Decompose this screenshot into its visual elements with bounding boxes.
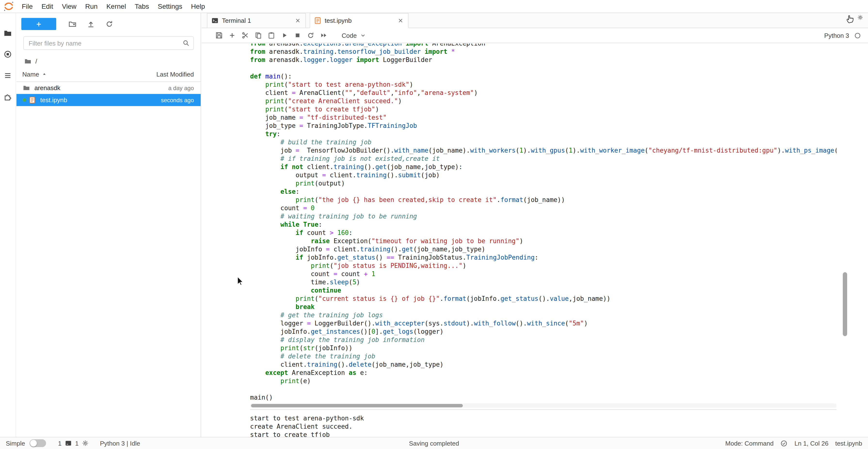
filter-files-input[interactable]: [23, 36, 194, 50]
save-button[interactable]: [212, 29, 225, 42]
session-counts[interactable]: 1 1: [58, 440, 89, 447]
notebook-toolbar: Code Python 3: [202, 28, 868, 43]
trusted-check-icon: [780, 440, 787, 447]
terminal-icon: [211, 17, 219, 24]
notebook-icon: [314, 17, 321, 24]
menu-edit[interactable]: Edit: [37, 0, 57, 12]
fast-forward-icon: [320, 31, 328, 39]
toggle-knob: [30, 440, 37, 447]
file-browser-panel: / Name Last Modified arenasdka day agote…: [17, 13, 201, 437]
paste-cells-button[interactable]: [265, 29, 278, 42]
kernel-status-label[interactable]: Python 3 | Idle: [100, 440, 140, 447]
stop-icon: [293, 31, 301, 39]
vertical-scrollbar-thumb[interactable]: [843, 272, 847, 336]
breadcrumb-root[interactable]: /: [35, 57, 37, 65]
interrupt-kernel-button[interactable]: [291, 29, 304, 42]
menu-tabs[interactable]: Tabs: [130, 0, 153, 12]
simple-mode-label: Simple: [6, 440, 25, 447]
active-file-label: test.ipynb: [835, 440, 862, 447]
upload-icon: [87, 20, 95, 28]
sidebar-tab-commands[interactable]: [0, 68, 15, 83]
column-header-modified[interactable]: Last Modified: [156, 71, 194, 78]
menu-view[interactable]: View: [57, 0, 81, 12]
menu-settings[interactable]: Settings: [153, 0, 187, 12]
menu-help[interactable]: Help: [187, 0, 209, 12]
new-launcher-button[interactable]: [21, 18, 56, 30]
close-icon[interactable]: [397, 18, 404, 24]
dock-tab-bar: Terminal 1test.ipynb: [202, 13, 868, 28]
command-mode-label[interactable]: Mode: Command: [725, 440, 774, 447]
kernel-name-label: Python 3: [824, 32, 849, 39]
kernel-sessions-icon: [82, 440, 89, 447]
menu-bar: FileEditViewRunKernelTabsSettingsHelp: [0, 0, 868, 13]
list-icon: [3, 71, 12, 80]
jupyter-logo: [0, 0, 18, 12]
tab-terminal-1[interactable]: Terminal 1: [207, 13, 306, 28]
kernel-running-dot: [23, 98, 26, 102]
main-dock-panel: Terminal 1test.ipynb: [202, 13, 868, 437]
sidebar-tab-running-sessions[interactable]: [0, 47, 15, 62]
cut-cells-button[interactable]: [239, 29, 251, 42]
folder-icon: [23, 84, 30, 92]
status-bar: Simple 1 1 Python 3 | Idle Saving comple…: [0, 437, 868, 449]
restart-run-all-button[interactable]: [317, 29, 330, 42]
notebook-panel[interactable]: from arenasdk.exceptions.arena_exception…: [202, 43, 868, 437]
play-icon: [280, 31, 288, 39]
restart-kernel-button[interactable]: [304, 29, 317, 42]
gear-icon[interactable]: [857, 14, 863, 20]
home-folder-icon[interactable]: [24, 57, 31, 65]
new-folder-icon: [68, 20, 76, 28]
plus-icon: [35, 21, 42, 27]
search-icon: [182, 39, 190, 47]
menu-bar-items: FileEditViewRunKernelTabsSettingsHelp: [18, 0, 209, 12]
plus-icon: [228, 31, 236, 39]
column-header-name[interactable]: Name: [22, 71, 47, 78]
running-sessions-icon: [3, 50, 12, 59]
folder-icon: [3, 29, 12, 37]
file-row-arenasdk[interactable]: arenasdka day ago: [17, 82, 200, 94]
kernel-idle-icon: [854, 32, 861, 39]
breadcrumb: /: [17, 50, 200, 66]
notebook-icon: [29, 96, 36, 104]
copy-cells-button[interactable]: [251, 29, 265, 42]
chevron-down-icon: [360, 32, 366, 39]
menu-kernel[interactable]: Kernel: [102, 0, 130, 12]
sidebar-tab-file-browser[interactable]: [0, 26, 15, 40]
menu-file[interactable]: File: [18, 0, 37, 12]
close-icon[interactable]: [294, 18, 302, 24]
copy-icon: [254, 31, 262, 39]
refresh-icon: [105, 20, 113, 28]
terminal-icon: [65, 440, 72, 447]
file-list: arenasdka day agotest.ipynbseconds ago: [17, 82, 200, 106]
horizontal-scrollbar-thumb[interactable]: [251, 404, 463, 407]
cell-bottom-border: [250, 409, 837, 410]
file-row-test-ipynb[interactable]: test.ipynbseconds ago: [17, 94, 200, 106]
cell-output: start to test arena-python-sdkcreate Are…: [250, 414, 364, 437]
jupyter-logo-icon: [3, 0, 14, 12]
simple-mode-toggle[interactable]: [30, 439, 46, 447]
paste-icon: [267, 31, 275, 39]
kernel-indicator[interactable]: Python 3: [824, 32, 861, 39]
refresh-button[interactable]: [104, 19, 114, 29]
file-list-header: Name Last Modified: [17, 71, 200, 82]
insert-cell-button[interactable]: [225, 29, 239, 42]
file-browser-toolbar: [17, 13, 200, 30]
upload-button[interactable]: [85, 19, 96, 29]
horizontal-scrollbar[interactable]: [250, 404, 837, 408]
cursor-position-label[interactable]: Ln 1, Col 26: [794, 440, 828, 447]
new-folder-button[interactable]: [67, 19, 78, 29]
sidebar-tab-extensions[interactable]: [0, 90, 15, 104]
left-sidebar-strip: [0, 13, 16, 437]
puzzle-icon: [3, 93, 12, 101]
sort-ascending-icon: [41, 72, 47, 77]
menu-run[interactable]: Run: [81, 0, 102, 12]
save-icon: [215, 31, 223, 39]
scissors-icon: [241, 31, 249, 39]
code-editor[interactable]: from arenasdk.exceptions.arena_exception…: [250, 43, 837, 402]
cell-type-dropdown[interactable]: Code: [342, 32, 366, 39]
jupyterlab-window: FileEditViewRunKernelTabsSettingsHelp: [0, 0, 868, 449]
restart-icon: [307, 31, 314, 39]
run-cell-button[interactable]: [278, 29, 291, 42]
tab-test-ipynb[interactable]: test.ipynb: [310, 13, 408, 28]
